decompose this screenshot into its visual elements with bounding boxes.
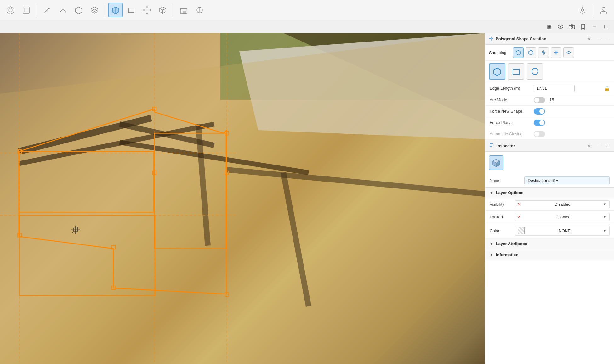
snap-cross-btn[interactable] bbox=[551, 47, 561, 58]
vb-maximize[interactable]: □ bbox=[601, 22, 610, 31]
visibility-dropdown-arrow: ▼ bbox=[603, 202, 607, 207]
svg-rect-60 bbox=[111, 246, 115, 249]
toolbar-btn-user[interactable] bbox=[596, 3, 611, 17]
inspector-minimize[interactable]: ─ bbox=[595, 143, 602, 148]
svg-marker-8 bbox=[91, 7, 98, 10]
draw-mode-circle-btn[interactable] bbox=[527, 63, 543, 80]
right-panel: ✛ Polygonal Shape Creation ✕ ─ □ Snappin… bbox=[485, 33, 614, 364]
shape-panel-title: Polygonal Shape Creation bbox=[496, 36, 583, 41]
svg-point-14 bbox=[143, 9, 145, 11]
shape-panel-close[interactable]: ✕ bbox=[586, 36, 593, 42]
arc-mode-value-container: 15 bbox=[534, 97, 610, 103]
shape-creation-panel: ✛ Polygonal Shape Creation ✕ ─ □ Snappin… bbox=[485, 33, 614, 140]
svg-rect-55 bbox=[152, 171, 156, 175]
visibility-value-container: ✕ Disabled ▼ bbox=[515, 200, 610, 208]
vb-bookmark[interactable] bbox=[579, 22, 588, 31]
locked-dropdown[interactable]: ✕ Disabled ▼ bbox=[515, 213, 610, 221]
svg-point-31 bbox=[571, 26, 573, 28]
layer-attributes-header[interactable]: ▼ Layer Attributes bbox=[485, 238, 614, 249]
layer-options-header[interactable]: ▼ Layer Options bbox=[485, 187, 614, 198]
toolbar-btn-building[interactable] bbox=[177, 3, 191, 17]
vb-camera[interactable] bbox=[567, 22, 576, 31]
force-planar-label: Force Planar bbox=[490, 120, 534, 125]
snap-surface-btn[interactable] bbox=[513, 47, 524, 58]
toolbar-btn-arc[interactable] bbox=[56, 3, 70, 17]
color-value: NONE bbox=[559, 228, 571, 233]
locked-label: Locked bbox=[490, 215, 515, 219]
shape-panel-maximize[interactable]: □ bbox=[604, 36, 610, 42]
toolbar-btn-select-active[interactable] bbox=[108, 3, 123, 17]
force-new-shape-label: Force New Shape bbox=[490, 109, 534, 114]
snap-edge-btn[interactable] bbox=[526, 47, 536, 58]
svg-rect-33 bbox=[220, 33, 485, 100]
toolbar-btn-transform[interactable] bbox=[140, 3, 154, 17]
svg-rect-11 bbox=[128, 8, 134, 13]
name-value[interactable]: Destinations 61+ bbox=[524, 176, 610, 184]
snap-vertex-btn[interactable] bbox=[538, 47, 549, 58]
toolbar-btn-pencil[interactable] bbox=[40, 3, 54, 17]
locked-dropdown-arrow: ▼ bbox=[603, 215, 607, 219]
name-row: Name Destinations 61+ bbox=[485, 174, 614, 187]
color-row: Color NONE ▼ bbox=[485, 223, 614, 238]
inspector-title: Inspector bbox=[497, 143, 583, 148]
visibility-label: Visibility bbox=[490, 202, 515, 207]
svg-line-42 bbox=[227, 170, 485, 194]
svg-rect-19 bbox=[181, 8, 187, 14]
toolbar-btn-polygon[interactable] bbox=[71, 3, 86, 17]
shape-panel-header: ✛ Polygonal Shape Creation ✕ ─ □ bbox=[485, 33, 614, 45]
toolbar-btn-settings[interactable] bbox=[575, 3, 590, 17]
svg-marker-18 bbox=[160, 8, 163, 13]
toolbar-btn-logo2[interactable] bbox=[19, 3, 33, 17]
svg-point-15 bbox=[150, 9, 151, 11]
automatic-closing-label: Automatic Closing bbox=[490, 132, 534, 136]
toolbar-btn-logo1[interactable] bbox=[3, 3, 18, 17]
svg-marker-16 bbox=[160, 7, 166, 10]
svg-rect-56 bbox=[225, 132, 229, 135]
toolbar-btn-rectangle[interactable] bbox=[124, 3, 139, 17]
information-header[interactable]: ▼ Information bbox=[485, 249, 614, 260]
viewport-background bbox=[0, 33, 485, 364]
shape-overlay-svg bbox=[0, 33, 485, 364]
svg-line-65 bbox=[77, 227, 79, 228]
edge-length-lock-icon[interactable]: 🔒 bbox=[604, 86, 610, 91]
force-new-shape-value-container bbox=[534, 108, 610, 115]
snap-other-btn[interactable] bbox=[563, 47, 574, 58]
vb-minimize[interactable]: ─ bbox=[590, 22, 599, 31]
toolbar-btn-layers[interactable] bbox=[87, 3, 102, 17]
arc-mode-number: 15 bbox=[549, 98, 554, 102]
svg-rect-61 bbox=[18, 233, 21, 237]
arc-mode-row: Arc Mode 15 bbox=[485, 94, 614, 106]
svg-rect-53 bbox=[18, 150, 21, 154]
vb-stats[interactable]: ▦ bbox=[545, 22, 554, 31]
automatic-closing-row: Automatic Closing bbox=[485, 128, 614, 140]
arc-mode-toggle[interactable] bbox=[534, 97, 545, 103]
inspector-icon bbox=[489, 143, 494, 149]
vb-eye[interactable] bbox=[556, 22, 565, 31]
svg-marker-7 bbox=[76, 7, 82, 14]
draw-mode-polygon-btn[interactable] bbox=[489, 63, 505, 80]
locked-x-icon: ✕ bbox=[518, 215, 521, 219]
edge-length-row: Edge Length (m) 🔒 bbox=[485, 82, 614, 94]
inspector-maximize[interactable]: □ bbox=[604, 143, 610, 148]
edge-length-input[interactable] bbox=[534, 85, 575, 92]
viewport[interactable] bbox=[0, 33, 485, 364]
svg-rect-45 bbox=[19, 151, 154, 212]
svg-line-4 bbox=[45, 8, 49, 13]
draw-mode-rect-btn[interactable] bbox=[508, 63, 524, 80]
color-value-container: NONE ▼ bbox=[515, 226, 610, 236]
color-dropdown[interactable]: NONE ▼ bbox=[515, 226, 610, 236]
automatic-closing-toggle[interactable] bbox=[534, 131, 545, 137]
inspector-close[interactable]: ✕ bbox=[586, 143, 593, 149]
svg-rect-2 bbox=[23, 7, 29, 13]
toolbar-btn-tool2[interactable] bbox=[192, 3, 207, 17]
force-new-shape-toggle[interactable] bbox=[534, 108, 545, 115]
svg-marker-67 bbox=[516, 50, 520, 55]
inspector-header: Inspector ✕ ─ □ bbox=[485, 140, 614, 152]
svg-rect-64 bbox=[74, 228, 77, 232]
svg-rect-22 bbox=[185, 11, 186, 14]
main-area: ✛ Polygonal Shape Creation ✕ ─ □ Snappin… bbox=[0, 33, 614, 364]
shape-panel-minimize[interactable]: ─ bbox=[595, 36, 602, 42]
visibility-dropdown[interactable]: ✕ Disabled ▼ bbox=[515, 200, 610, 208]
toolbar-btn-extrude[interactable] bbox=[156, 3, 170, 17]
force-planar-toggle[interactable] bbox=[534, 120, 545, 126]
